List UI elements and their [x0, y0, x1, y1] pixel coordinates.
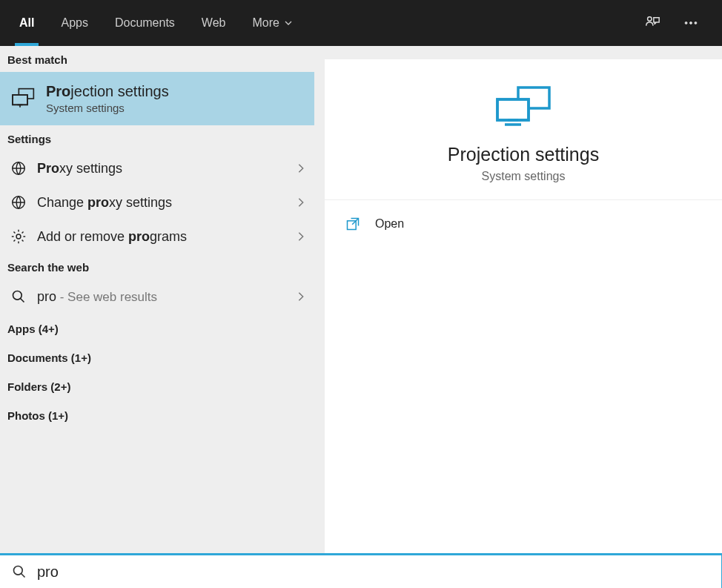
preview-title: Projection settings	[448, 144, 599, 165]
globe-icon	[7, 157, 30, 179]
svg-point-3	[695, 22, 697, 24]
result-title: Proxy settings	[37, 161, 295, 176]
svg-point-9	[16, 234, 21, 239]
tab-more[interactable]: More	[239, 0, 316, 46]
svg-point-1	[685, 22, 687, 24]
chevron-right-icon	[295, 196, 307, 208]
tab-all[interactable]: All	[6, 0, 47, 46]
section-apps-more[interactable]: Apps (4+)	[0, 314, 314, 343]
result-proxy-settings[interactable]: Proxy settings	[0, 151, 314, 185]
globe-icon	[7, 191, 30, 214]
result-change-proxy-settings[interactable]: Change proxy settings	[0, 185, 314, 219]
section-photos-more[interactable]: Photos (1+)	[0, 400, 314, 429]
best-match-subtitle: System settings	[46, 102, 307, 114]
svg-rect-5	[13, 95, 27, 105]
tab-apps[interactable]: Apps	[47, 0, 101, 46]
result-title: pro - See web results	[37, 289, 295, 305]
svg-rect-12	[497, 99, 529, 120]
result-title: Change proxy settings	[37, 195, 295, 211]
chevron-right-icon	[295, 231, 307, 242]
preview-pane: Projection settings System settings Open	[314, 46, 722, 553]
more-options-icon[interactable]	[675, 7, 707, 39]
svg-point-15	[14, 566, 23, 575]
chevron-down-icon	[284, 19, 293, 27]
tab-more-label: More	[252, 16, 279, 30]
svg-point-0	[648, 17, 652, 22]
action-open[interactable]: Open	[325, 205, 722, 243]
search-bar	[0, 553, 722, 588]
tab-documents[interactable]: Documents	[102, 0, 188, 46]
chevron-right-icon	[295, 291, 307, 303]
result-web-search[interactable]: pro - See web results	[0, 280, 314, 314]
feedback-icon[interactable]	[636, 7, 669, 39]
preview-subtitle: System settings	[482, 170, 566, 183]
svg-point-2	[690, 22, 692, 24]
tab-web[interactable]: Web	[188, 0, 239, 46]
section-settings: Settings	[0, 125, 314, 151]
gear-icon	[7, 225, 30, 248]
svg-point-10	[13, 291, 22, 300]
open-icon	[345, 217, 366, 231]
search-icon	[7, 285, 30, 308]
projection-icon	[7, 82, 40, 115]
section-documents-more[interactable]: Documents (1+)	[0, 343, 314, 371]
search-icon	[12, 564, 27, 579]
best-match-result[interactable]: Projection settings System settings	[0, 72, 314, 125]
preview-header: Projection settings System settings	[325, 59, 722, 199]
section-folders-more[interactable]: Folders (2+)	[0, 371, 314, 400]
action-open-label: Open	[375, 217, 404, 231]
chevron-right-icon	[295, 162, 307, 174]
result-add-remove-programs[interactable]: Add or remove programs	[0, 219, 314, 254]
search-tabs: All Apps Documents Web More	[0, 0, 722, 46]
section-search-web: Search the web	[0, 254, 314, 280]
projection-icon	[493, 83, 554, 131]
search-input[interactable]	[37, 564, 709, 581]
result-title: Add or remove programs	[37, 229, 295, 245]
section-best-match: Best match	[0, 46, 314, 72]
results-pane: Best match Projection settings System se…	[0, 46, 314, 553]
best-match-title: Projection settings	[46, 83, 307, 100]
